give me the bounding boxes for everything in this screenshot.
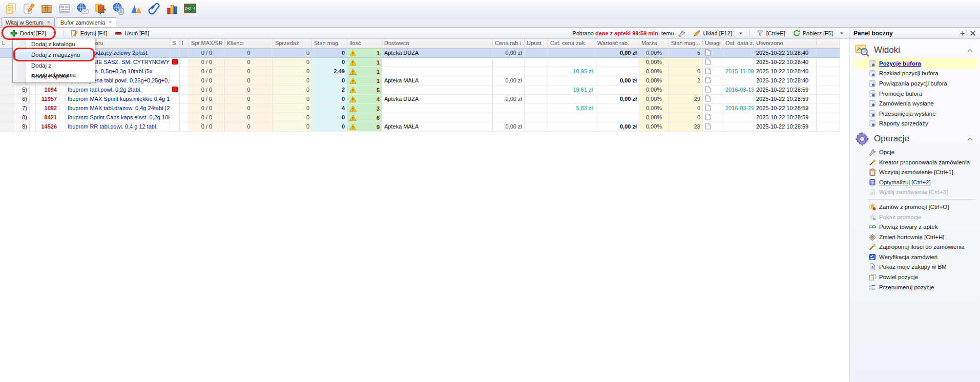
- sidebar-item-1-6[interactable]: Zamów z promocji [Ctrl+O]: [854, 202, 978, 212]
- sidebar-section-header-1[interactable]: Operacje: [854, 131, 978, 147]
- quantity-value: 6: [377, 114, 380, 122]
- newspaper-icon[interactable]: [58, 2, 71, 15]
- column-header-s[interactable]: S: [170, 39, 180, 49]
- cell-utworzono: 2025-10-22 10:28:40: [754, 49, 817, 58]
- sidebar-item-0-4[interactable]: Zamówienia wysłane: [854, 98, 978, 109]
- column-header-spr[interactable]: Spr.MAX/ŚR: [189, 39, 225, 49]
- menu-item-1[interactable]: Dodaj z magazynu: [13, 50, 94, 60]
- menu-item-0[interactable]: Dodaj z katalogu: [13, 39, 94, 50]
- sidebar-item-1-13[interactable]: Powiel pozycje: [854, 272, 978, 282]
- layout-button[interactable]: Układ [F12]: [690, 29, 735, 37]
- column-header-dostawca[interactable]: Dostawca: [382, 39, 493, 49]
- column-header-stan[interactable]: Stan mag.: [312, 39, 347, 49]
- globe-device-icon[interactable]: [112, 2, 125, 15]
- close-icon[interactable]: [970, 30, 976, 36]
- sidebar-item-1-9[interactable]: Zmień hurtownię [Ctrl+H]: [854, 232, 978, 242]
- pin-icon[interactable]: [960, 30, 966, 36]
- layout-dropdown-arrow-icon[interactable]: [737, 31, 745, 35]
- column-header-utworzono[interactable]: Utworzono: [754, 39, 817, 49]
- sidebar-item-0-1[interactable]: Rozkład pozycji bufora: [854, 69, 978, 79]
- column-header-i[interactable]: I: [180, 39, 189, 49]
- chevron-up-icon[interactable]: [967, 49, 973, 52]
- cell-i: [180, 122, 189, 132]
- column-header-stan2[interactable]: Stan mag...: [669, 39, 703, 49]
- column-header-upust[interactable]: Upust: [525, 39, 548, 49]
- analysis-icon[interactable]: [130, 2, 143, 15]
- cell-i: [180, 113, 189, 122]
- filter-button[interactable]: [Ctrl+E]: [754, 29, 788, 37]
- chart-documents-icon[interactable]: [94, 2, 107, 15]
- sidebar-item-1-1[interactable]: Kreator proponowania zamówienia: [854, 157, 978, 167]
- table-row[interactable]: 1)Plaster chłodzący żelowy 2plast.0 / 00…: [0, 49, 849, 58]
- doc-chart-icon: [869, 263, 876, 270]
- sidebar-item-1-11[interactable]: Weryfikacja zamówień: [854, 252, 978, 262]
- bar-chart-icon[interactable]: [165, 2, 179, 15]
- cell-utworzono: 2025-10-22 10:28:59: [754, 113, 817, 122]
- sidebar-item-0-5[interactable]: Przesunięcia wysłane: [854, 109, 978, 119]
- table-row[interactable]: 6)11957Ibuprom MAX Sprint kaps.miękkie 0…: [0, 95, 849, 104]
- tab-1[interactable]: Bufor zamówienia×: [56, 17, 116, 27]
- column-header-ostcena[interactable]: Ost. cena zak.: [548, 39, 595, 49]
- documents-icon[interactable]: [4, 2, 17, 15]
- cell-sprzedaz: 0: [273, 95, 312, 104]
- table-row[interactable]: 8)8421Ibuprom Sprint Caps kaps.elast. 0,…: [0, 113, 849, 122]
- globe-mail-icon[interactable]: [76, 2, 89, 15]
- column-header-wartosc[interactable]: Wartość rab.: [595, 39, 639, 49]
- tab-close-icon[interactable]: ×: [109, 20, 112, 25]
- tabstrip-close-icon[interactable]: [971, 19, 976, 25]
- toolbar-grip[interactable]: [1, 30, 4, 37]
- column-header-end[interactable]: [817, 39, 840, 49]
- table-header-row: LNazwa towaruSISpr.MAX/ŚRKlienciSprzedaż…: [0, 39, 849, 49]
- cell-sprzedaz: 0: [273, 113, 312, 122]
- chalkboard-icon[interactable]: 2+2=4: [183, 2, 197, 15]
- sidebar-item-0-0[interactable]: Pozycje bufora: [854, 58, 978, 69]
- table-row[interactable]: 2)ZEZIĘBIENIE SASZ. SM. CYTRYNOWY ...0 /…: [0, 58, 849, 67]
- sidebar-item-1-3[interactable]: Optymalizuj [Ctrl+2]: [854, 177, 978, 187]
- column-header-sprzedaz[interactable]: Sprzedaż: [273, 39, 312, 49]
- fetch-dropdown-arrow-icon[interactable]: [838, 31, 846, 35]
- menu-item-3[interactable]: Dodaj z apteki: [13, 71, 94, 82]
- package-icon[interactable]: [40, 2, 53, 15]
- table-row[interactable]: 4)17616Apap Migrena tabl.powl. 0,25g+0,2…: [0, 76, 849, 86]
- tab-close-icon[interactable]: ×: [47, 20, 50, 25]
- tab-0[interactable]: Witaj w Sertum×: [1, 17, 55, 27]
- sidebar-item-1-2[interactable]: Wczytaj zamówienie [Ctrl+1]: [854, 167, 978, 177]
- sidebar-item-0-6[interactable]: Raporty sprzedaży: [854, 119, 978, 129]
- table-row[interactable]: 3)lus tabl.mus. 0,5g+0,3g 10tabl.(5x0 / …: [0, 67, 849, 76]
- sidebar-item-0-3[interactable]: Promocje bufora: [854, 89, 978, 99]
- toolbar-overflow-arrow-icon[interactable]: [202, 6, 207, 11]
- table-row[interactable]: 7)1092Ibuprom MAX tabl.drażow. 0,4g 24ta…: [0, 104, 849, 113]
- paperclip-icon[interactable]: [148, 2, 161, 15]
- wrench-icon[interactable]: [678, 30, 685, 37]
- sidebar-item-1-14[interactable]: 12Przenumeruj pozycje: [854, 282, 978, 292]
- cell-cena: 0,00 zł: [493, 76, 525, 86]
- table-row[interactable]: 5)1094Ibuprom tabl.powl. 0,2g 2tabl.0 / …: [0, 86, 849, 95]
- sidebar-divider: [867, 199, 975, 200]
- add-button[interactable]: Dodaj [F2]: [7, 29, 49, 37]
- column-header-uwagi[interactable]: Uwagi: [703, 39, 723, 49]
- sidebar-item-1-10[interactable]: Zaproponuj ilości do zamówienia: [854, 242, 978, 252]
- delete-button[interactable]: Usuń [F8]: [112, 29, 152, 37]
- chevron-up-icon[interactable]: [967, 137, 973, 141]
- sidebar-item-1-0[interactable]: Opcje: [854, 147, 978, 157]
- column-header-ind[interactable]: L: [0, 39, 13, 49]
- sidebar-item-0-2[interactable]: Powiązania pozycji bufora: [854, 78, 978, 89]
- fetch-button[interactable]: Pobierz [F5]: [790, 29, 836, 37]
- edit-button[interactable]: Edytuj [F4]: [68, 29, 111, 37]
- cell-spr: 0 / 0: [189, 67, 225, 76]
- cell-wartosc: [595, 67, 639, 76]
- sidebar-section-header-0[interactable]: Widoki: [854, 42, 978, 58]
- menu-item-2[interactable]: Dodaj z zapotrzebowania: [13, 60, 94, 71]
- column-header-cena[interactable]: Cena rab.i ...: [493, 39, 525, 49]
- sidebar-item-label: Rozkład pozycji bufora: [879, 70, 939, 76]
- sidebar-item-1-8[interactable]: Powiąż towary z aptek: [854, 222, 978, 232]
- column-header-ostdata[interactable]: Ost. data z...: [723, 39, 754, 49]
- notepad-icon[interactable]: [22, 2, 35, 15]
- column-header-ilosc[interactable]: Ilość: [347, 39, 382, 49]
- sidebar-item-1-12[interactable]: Pokaż moje zakupy w BM: [854, 262, 978, 272]
- warning-icon: [349, 59, 357, 66]
- column-header-marza[interactable]: Marża: [639, 39, 669, 49]
- column-header-klienci[interactable]: Klienci: [225, 39, 273, 49]
- add-dropdown-arrow-icon[interactable]: [51, 31, 59, 35]
- table-row[interactable]: 9)14526Ibuprom RR tabl.powl. 0,4 g 12 ta…: [0, 122, 849, 132]
